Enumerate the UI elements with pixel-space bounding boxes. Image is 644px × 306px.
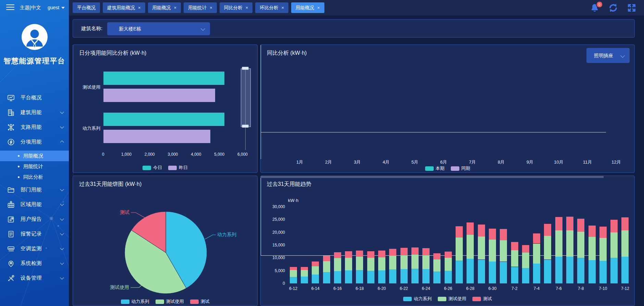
legend-item[interactable]: 今日: [143, 165, 162, 171]
stack-bar-6-26-动力系列: [445, 271, 452, 283]
gridline: [261, 178, 604, 178]
theme-language-switch[interactable]: 主题|中文: [20, 0, 41, 15]
tab-close-icon[interactable]: ×: [317, 5, 320, 10]
sidebar-item-建筑用能[interactable]: 建筑用能: [0, 105, 69, 120]
sidebar-item-label: 支路用能: [21, 124, 42, 130]
user-menu[interactable]: guest: [48, 0, 65, 15]
sidebar-subitem-同比分析[interactable]: 同比分析: [0, 172, 69, 182]
x-axis-label: 6-14: [311, 286, 320, 291]
tab-bar: 平台概况建筑用能概况×用能概况×用能统计×同比分析×环比分析×用能概况×: [73, 2, 324, 13]
x-axis-label: 4,000: [191, 152, 201, 157]
tab[interactable]: 建筑用能概况×: [103, 2, 145, 13]
sidebar-item-label: 平台概况: [21, 94, 42, 101]
x-axis-label: 10月: [554, 159, 563, 165]
stack-bar-7-11-测试使用: [610, 232, 618, 258]
sidebar-item-分项用能[interactable]: 分项用能: [0, 135, 69, 149]
menu-toggle-button[interactable]: [6, 4, 14, 12]
refresh-icon: [608, 3, 618, 13]
stack-bar-6-20-测试使用: [378, 257, 385, 270]
stack-bar-6-15-测试: [323, 256, 330, 261]
stack-bar-7-10-测试: [599, 227, 607, 238]
sidebar-item-区域用能[interactable]: 区域用能: [0, 197, 69, 212]
stack-bar-6-22-测试使用: [400, 255, 408, 269]
sidebar-item-部门用能[interactable]: 部门用能: [0, 182, 69, 197]
tab-close-icon[interactable]: ×: [281, 5, 284, 10]
stack-bar-6-21-动力系列: [389, 269, 396, 283]
system-check-icon: [7, 259, 15, 268]
tab[interactable]: 环比分析×: [255, 2, 288, 13]
legend-swatch: [472, 297, 481, 301]
bar-测试使用-今日: [103, 72, 224, 85]
chevron-down-icon: [60, 261, 64, 265]
stack-bar-6-29-测试使用: [478, 237, 485, 260]
y-axis-label: 0: [261, 281, 285, 286]
tab-close-icon[interactable]: ×: [138, 5, 141, 10]
sidebar-item-label: 设备管理: [21, 275, 42, 281]
stack-bar-6-12-测试: [290, 267, 297, 270]
sidebar-subitem-用能统计[interactable]: 用能统计: [0, 161, 69, 172]
tab[interactable]: 同比分析×: [220, 2, 253, 13]
sidebar-subitem-用能概况[interactable]: 用能概况: [0, 151, 69, 161]
legend-label: 本期: [436, 165, 445, 171]
legend-item[interactable]: 测试: [472, 296, 492, 302]
chart-legend: 动力系列测试使用测试: [261, 296, 634, 302]
stack-bar-6-24-测试: [422, 248, 430, 255]
sidebar-item-支路用能[interactable]: 支路用能: [0, 120, 69, 135]
tab-label: 环比分析: [260, 5, 278, 11]
stack-bar-6-15-测试使用: [323, 261, 330, 272]
sidebar-item-label: 空调监测: [21, 245, 42, 252]
ac-monitor-icon: [7, 245, 15, 253]
x-axis-label: 7-2: [511, 286, 517, 291]
stack-bar-7-7-测试使用: [566, 230, 573, 257]
y-axis-label: 20,000: [261, 230, 285, 235]
legend-label: 动力系列: [132, 298, 149, 305]
stack-bar-7-6-动力系列: [555, 257, 562, 283]
stack-bar-6-29-动力系列: [478, 260, 485, 283]
sidebar-item-空调监测[interactable]: 空调监测: [0, 241, 69, 256]
legend-item[interactable]: 测试使用: [156, 298, 184, 305]
chevron-down-icon: [60, 276, 64, 279]
legend-item[interactable]: 测试: [190, 298, 210, 305]
stack-bar-7-8-测试使用: [577, 232, 584, 257]
y-axis-label: 5,000: [261, 268, 285, 273]
tab-close-icon[interactable]: ×: [246, 5, 248, 10]
sidebar-submenu: 用能概况用能统计同比分析: [0, 149, 69, 182]
datazoom-handle-top[interactable]: [242, 67, 249, 70]
tab[interactable]: 平台概况: [73, 2, 100, 13]
sidebar-item-设备管理[interactable]: 设备管理: [0, 271, 69, 285]
tab-active[interactable]: 用能概况×: [291, 2, 324, 13]
refresh-button[interactable]: [608, 3, 618, 13]
sidebar-item-报警记录[interactable]: 报警记录: [0, 227, 69, 241]
datazoom-handle-bottom[interactable]: [242, 125, 249, 128]
stack-bar-6-26-测试使用: [445, 258, 452, 270]
legend-item[interactable]: 测试使用: [438, 296, 466, 302]
legend-item[interactable]: 同期: [451, 165, 470, 171]
legend-item[interactable]: 动力系列: [121, 298, 149, 305]
legend-item[interactable]: 本期: [425, 165, 445, 171]
legend-swatch: [438, 297, 446, 301]
tab[interactable]: 用能概况×: [148, 2, 181, 13]
stack-bar-6-12-测试使用: [290, 270, 297, 277]
stack-bar-6-25-动力系列: [433, 271, 441, 283]
sidebar-item-用户报告[interactable]: 用户报告: [0, 212, 69, 227]
legend-swatch: [156, 299, 164, 304]
x-axis-label: 1月: [296, 159, 303, 165]
legend-label: 测试: [483, 296, 492, 302]
sidebar-subitem-label: 用能统计: [23, 163, 43, 170]
stack-bar-7-6-测试使用: [555, 230, 562, 257]
chart-legend: 本期同期: [261, 165, 634, 171]
sidebar-item-平台概况[interactable]: 平台概况: [0, 90, 69, 105]
fullscreen-button[interactable]: [627, 3, 636, 13]
legend-item[interactable]: 昨日: [168, 165, 188, 171]
building-select[interactable]: 新大楼E栋: [107, 22, 210, 35]
tab-close-icon[interactable]: ×: [174, 5, 177, 10]
tab-close-icon[interactable]: ×: [210, 5, 212, 10]
datazoom-selection[interactable]: [241, 68, 251, 127]
tab[interactable]: 用能统计×: [184, 2, 217, 13]
notifications-button[interactable]: 0: [590, 3, 599, 13]
panel-energy-trend: 过去31天用能趋势 kW·h05,00010,00015,00020,00025…: [260, 176, 635, 306]
legend-item[interactable]: 动力系列: [403, 296, 432, 302]
sidebar-item-系统检测[interactable]: 系统检测: [0, 256, 69, 271]
stack-bar-6-28-动力系列: [467, 259, 474, 283]
stack-bar-7-12-测试使用: [621, 230, 629, 257]
